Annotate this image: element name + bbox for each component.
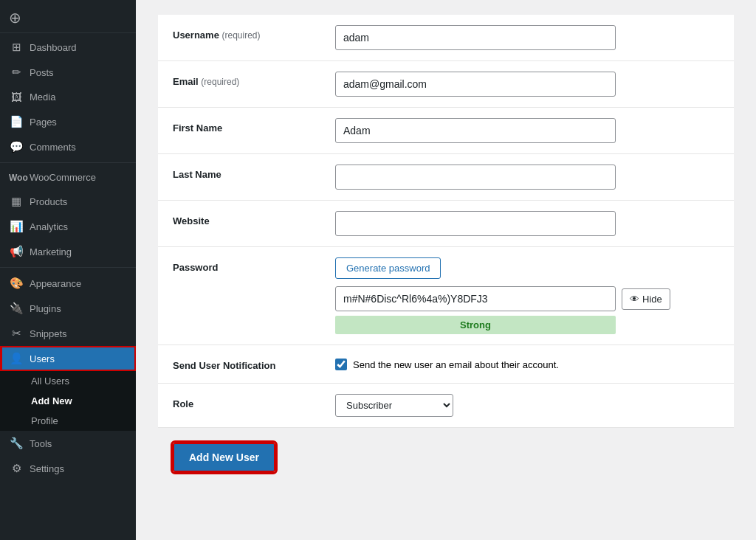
sidebar-item-tools[interactable]: 🔧 Tools — [0, 431, 136, 456]
password-input[interactable] — [335, 286, 616, 311]
sidebar-item-marketing[interactable]: 📢 Marketing — [0, 239, 136, 264]
sidebar-label-dashboard: Dashboard — [30, 42, 77, 53]
lastname-label: Last Name — [158, 154, 320, 201]
products-icon: ▦ — [9, 195, 24, 208]
sidebar-label-users: Users — [30, 353, 55, 364]
comments-icon: 💬 — [9, 140, 24, 153]
dashboard-icon: ⊞ — [9, 41, 24, 54]
hide-password-button[interactable]: 👁 Hide — [622, 288, 670, 310]
users-submenu: All Users Add New Profile — [0, 371, 136, 431]
sidebar-item-appearance[interactable]: 🎨 Appearance — [0, 271, 136, 296]
sidebar-label-tools: Tools — [30, 438, 52, 449]
submenu-profile[interactable]: Profile — [0, 411, 136, 431]
username-cell — [320, 15, 734, 61]
plugins-icon: 🔌 — [9, 302, 24, 315]
notification-row: Send User Notification Send the new user… — [158, 345, 734, 384]
sidebar-item-users[interactable]: 👤 Users — [0, 346, 136, 371]
notification-checkbox[interactable] — [335, 359, 347, 370]
sidebar-item-products[interactable]: ▦ Products — [0, 189, 136, 214]
sidebar-label-posts: Posts — [30, 67, 54, 78]
role-label: Role — [158, 384, 320, 428]
website-row: Website — [158, 201, 734, 247]
main-content: Username (required) Email (required) Fir… — [136, 0, 756, 540]
notification-checkbox-label: Send the new user an email about their a… — [353, 359, 559, 370]
username-row: Username (required) — [158, 15, 734, 61]
woocommerce-icon: Woo — [9, 173, 24, 183]
submenu-add-new[interactable]: Add New — [0, 391, 136, 411]
users-icon: 👤 — [9, 352, 24, 365]
add-user-form: Username (required) Email (required) Fir… — [158, 15, 734, 428]
website-cell — [320, 201, 734, 247]
role-row: Role Subscriber Contributor Author Edito… — [158, 384, 734, 428]
generate-password-button[interactable]: Generate password — [335, 257, 441, 279]
sidebar-item-media[interactable]: 🖼 Media — [0, 85, 136, 109]
submenu-all-users[interactable]: All Users — [0, 371, 136, 391]
sidebar-label-media: Media — [30, 91, 55, 103]
lastname-row: Last Name — [158, 154, 734, 201]
email-row: Email (required) — [158, 61, 734, 108]
firstname-row: First Name — [158, 108, 734, 154]
sidebar-label-snippets: Snippets — [30, 328, 67, 339]
marketing-icon: 📢 — [9, 245, 24, 258]
media-icon: 🖼 — [9, 91, 24, 103]
email-label: Email (required) — [158, 61, 320, 108]
firstname-label: First Name — [158, 108, 320, 154]
password-input-row: 👁 Hide — [335, 286, 719, 311]
sidebar-label-marketing: Marketing — [30, 246, 72, 257]
snippets-icon: ✂ — [9, 327, 24, 340]
sidebar-label-appearance: Appearance — [30, 278, 81, 289]
pages-icon: 📄 — [9, 115, 24, 128]
sidebar-label-comments: Comments — [30, 142, 76, 153]
sidebar-label-settings: Settings — [30, 463, 64, 474]
add-new-user-button[interactable]: Add New User — [173, 443, 275, 472]
analytics-icon: 📊 — [9, 220, 24, 233]
website-label: Website — [158, 201, 320, 247]
divider-2 — [0, 267, 136, 268]
posts-icon: ✏ — [9, 66, 24, 79]
username-label: Username (required) — [158, 15, 320, 61]
sidebar-item-comments[interactable]: 💬 Comments — [0, 134, 136, 159]
password-row: Password Generate password 👁 Hide Strong — [158, 247, 734, 345]
password-strength-bar: Strong — [335, 316, 616, 334]
sidebar-item-analytics[interactable]: 📊 Analytics — [0, 214, 136, 239]
sidebar-item-dashboard[interactable]: ⊞ Dashboard — [0, 35, 136, 60]
appearance-icon: 🎨 — [9, 277, 24, 290]
sidebar-label-woocommerce: WooCommerce — [30, 172, 96, 183]
settings-icon: ⚙ — [9, 462, 24, 475]
sidebar-item-snippets[interactable]: ✂ Snippets — [0, 321, 136, 346]
username-input[interactable] — [335, 25, 616, 50]
notification-checkbox-row: Send the new user an email about their a… — [335, 359, 719, 370]
add-user-btn-container: Add New User — [158, 428, 734, 487]
password-cell: Generate password 👁 Hide Strong — [320, 247, 734, 345]
role-select[interactable]: Subscriber Contributor Author Editor Adm… — [335, 394, 453, 417]
tools-icon: 🔧 — [9, 437, 24, 450]
lastname-cell — [320, 154, 734, 201]
eye-icon: 👁 — [630, 294, 639, 305]
sidebar-item-woocommerce[interactable]: Woo WooCommerce — [0, 166, 136, 189]
sidebar-label-analytics: Analytics — [30, 221, 68, 232]
sidebar-label-pages: Pages — [30, 117, 57, 128]
sidebar-item-plugins[interactable]: 🔌 Plugins — [0, 296, 136, 321]
sidebar-item-pages[interactable]: 📄 Pages — [0, 109, 136, 134]
hide-btn-label: Hide — [642, 294, 662, 305]
sidebar-nav: ⊞ Dashboard ✏ Posts 🖼 Media 📄 Pages 💬 Co… — [0, 35, 136, 481]
firstname-cell — [320, 108, 734, 154]
sidebar: ⊕ ⊞ Dashboard ✏ Posts 🖼 Media 📄 Pages 💬 … — [0, 0, 136, 540]
website-input[interactable] — [335, 211, 616, 236]
divider-1 — [0, 162, 136, 163]
notification-cell: Send the new user an email about their a… — [320, 345, 734, 384]
password-label: Password — [158, 247, 320, 345]
sidebar-label-products: Products — [30, 196, 67, 207]
wp-logo-icon: ⊕ — [9, 9, 21, 27]
sidebar-item-posts[interactable]: ✏ Posts — [0, 60, 136, 85]
lastname-input[interactable] — [335, 165, 616, 190]
role-cell: Subscriber Contributor Author Editor Adm… — [320, 384, 734, 428]
email-cell — [320, 61, 734, 108]
firstname-input[interactable] — [335, 118, 616, 143]
notification-label: Send User Notification — [158, 345, 320, 384]
sidebar-item-settings[interactable]: ⚙ Settings — [0, 456, 136, 481]
sidebar-label-plugins: Plugins — [30, 303, 61, 314]
wp-logo-area: ⊕ — [0, 0, 136, 33]
email-input[interactable] — [335, 72, 616, 97]
